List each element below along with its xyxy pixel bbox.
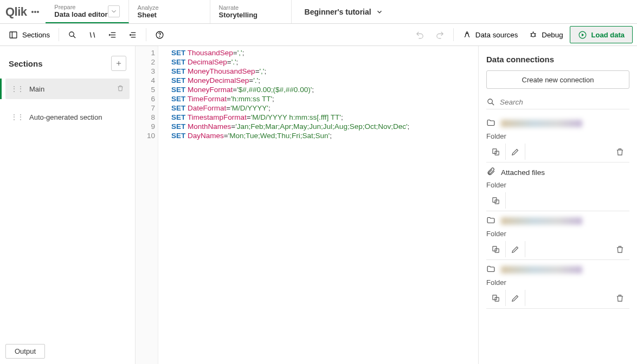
select-data-button[interactable] (486, 144, 506, 160)
connection-name-redacted (501, 266, 582, 274)
redo-button[interactable] (431, 26, 449, 43)
divider (146, 28, 146, 41)
nav-tab-label: Analyze (138, 4, 159, 11)
connection-name: Attached files (501, 168, 545, 177)
data-sources-button[interactable]: Data sources (458, 26, 523, 43)
svg-rect-34 (495, 297, 499, 301)
data-connections-title: Data connections (486, 54, 629, 70)
sections-panel: Sections ⋮⋮ Main ⋮⋮ Auto-generated secti… (0, 46, 136, 364)
comment-icon (88, 30, 97, 40)
drag-icon: ⋮⋮ (11, 85, 24, 93)
connection-type: Folder (486, 275, 629, 290)
attachment-icon (486, 167, 496, 178)
section-name: Auto-generated section (29, 113, 102, 121)
connections-search[interactable] (486, 95, 629, 109)
nav-tab-title: Storytelling (219, 11, 258, 19)
search-button[interactable] (63, 26, 81, 43)
sections-header: Sections (5, 51, 130, 79)
qlik-logo[interactable]: Qlik (5, 5, 27, 19)
svg-line-4 (90, 32, 91, 37)
svg-point-14 (466, 31, 468, 33)
debug-label: Debug (542, 31, 563, 39)
delete-connection-button[interactable] (610, 144, 629, 160)
delete-connection-button[interactable] (610, 241, 629, 257)
connection-item: Folder (486, 211, 629, 260)
comment-button[interactable] (83, 26, 101, 43)
top-nav: Qlik ••• Prepare Data load editor Analyz… (0, 0, 637, 24)
toolbar: Sections Data sources Debug Load data (0, 24, 637, 46)
add-section-button[interactable] (111, 56, 126, 71)
help-button[interactable] (151, 26, 169, 43)
more-icon[interactable]: ••• (31, 8, 40, 16)
search-icon (68, 30, 77, 40)
svg-line-26 (492, 103, 494, 105)
search-icon (486, 98, 496, 107)
connection-icon (462, 30, 472, 40)
sections-label: Sections (22, 31, 50, 39)
drag-icon: ⋮⋮ (11, 113, 24, 121)
nav-tab-label: Prepare (54, 4, 107, 10)
svg-marker-22 (582, 33, 584, 36)
sections-title: Sections (9, 59, 43, 68)
indent-button[interactable] (104, 26, 121, 43)
edit-connection-button[interactable] (506, 144, 525, 160)
data-connections-panel: Data connections Create new connection F… (479, 46, 637, 364)
redo-icon (435, 30, 445, 40)
toggle-sections-button[interactable]: Sections (4, 26, 54, 43)
nav-tab-title: Data load editor (54, 10, 107, 18)
delete-connection-button[interactable] (610, 290, 629, 306)
play-icon (578, 30, 587, 40)
select-data-button[interactable] (486, 192, 506, 209)
nav-tab-prepare[interactable]: Prepare Data load editor (46, 0, 128, 23)
connection-item: Folder (486, 114, 629, 162)
section-item[interactable]: ⋮⋮ Auto-generated section (5, 107, 130, 127)
chevron-down-icon[interactable] (108, 5, 120, 17)
svg-rect-28 (495, 151, 499, 155)
svg-point-25 (488, 99, 493, 104)
connection-item: Folder (486, 260, 629, 309)
select-data-button[interactable] (486, 290, 506, 306)
undo-button[interactable] (411, 26, 429, 43)
load-data-label: Load data (591, 31, 625, 39)
edit-connection-button[interactable] (506, 290, 525, 306)
connection-type: Folder (486, 178, 629, 192)
divider (453, 28, 454, 41)
output-button[interactable]: Output (5, 344, 45, 359)
bug-icon (529, 30, 538, 40)
svg-line-3 (73, 36, 75, 38)
svg-rect-30 (495, 200, 499, 204)
logo-area: Qlik ••• (0, 0, 46, 23)
section-item[interactable]: ⋮⋮ Main (5, 79, 130, 99)
data-sources-label: Data sources (475, 31, 518, 39)
select-data-button[interactable] (486, 241, 506, 257)
folder-icon (486, 118, 496, 129)
load-data-button[interactable]: Load data (570, 26, 633, 43)
nav-tab-title: Sheet (138, 11, 159, 19)
folder-icon (486, 216, 496, 226)
connection-name-redacted (501, 120, 582, 127)
nav-tab-analyze[interactable]: Analyze Sheet (129, 0, 210, 23)
code-area[interactable]: SET ThousandSep=',';SET DecimalSep='.';S… (158, 46, 478, 364)
panel-icon (9, 30, 18, 40)
help-icon (155, 30, 164, 40)
main: Sections ⋮⋮ Main ⋮⋮ Auto-generated secti… (0, 46, 637, 364)
nav-tab-narrate[interactable]: Narrate Storytelling (210, 0, 292, 23)
edit-connection-button[interactable] (506, 241, 525, 257)
outdent-button[interactable] (124, 26, 141, 43)
connection-item: Attached filesFolder (486, 162, 629, 211)
svg-rect-0 (10, 31, 17, 37)
nav-tab-label: Narrate (219, 4, 258, 11)
line-gutter: 12345678910 (136, 46, 158, 364)
connection-name-redacted (501, 217, 582, 225)
code-editor[interactable]: 12345678910 SET ThousandSep=',';SET Deci… (136, 46, 479, 364)
svg-point-15 (531, 32, 535, 36)
svg-rect-32 (495, 249, 499, 252)
undo-icon (415, 30, 424, 40)
search-input[interactable] (500, 98, 629, 106)
section-name: Main (29, 85, 44, 93)
create-connection-button[interactable]: Create new connection (486, 70, 629, 89)
app-title: Beginner's tutorial (305, 8, 371, 16)
app-title-area[interactable]: Beginner's tutorial (292, 0, 396, 23)
delete-icon[interactable] (117, 84, 124, 94)
debug-button[interactable]: Debug (524, 26, 567, 43)
